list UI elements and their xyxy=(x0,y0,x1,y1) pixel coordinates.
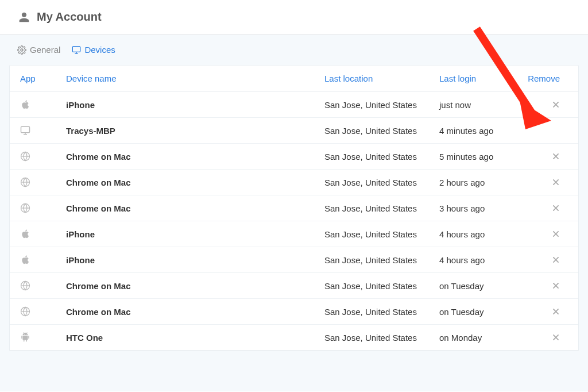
globe-icon xyxy=(20,177,66,187)
remove-button[interactable] xyxy=(525,204,560,212)
apple-icon xyxy=(20,229,66,239)
close-icon xyxy=(552,308,560,316)
table-row: Chrome on MacSan Jose, United States3 ho… xyxy=(10,195,578,221)
svg-point-0 xyxy=(21,49,23,51)
page-header: My Account xyxy=(0,0,588,34)
column-app[interactable]: App xyxy=(20,74,66,83)
device-name: HTC One xyxy=(66,333,324,343)
device-name: Chrome on Mac xyxy=(66,178,324,187)
last-location: San Jose, United States xyxy=(324,178,439,187)
close-icon xyxy=(552,230,560,238)
close-icon xyxy=(552,204,560,212)
svg-rect-1 xyxy=(73,47,80,52)
column-device-name[interactable]: Device name xyxy=(66,74,324,83)
user-icon xyxy=(18,11,30,23)
table-header: App Device name Last location Last login… xyxy=(10,66,578,92)
apple-icon xyxy=(20,99,66,110)
close-icon xyxy=(552,101,560,109)
remove-button[interactable] xyxy=(525,178,560,186)
table-row: Tracys-MBPSan Jose, United States4 minut… xyxy=(10,118,578,144)
last-location: San Jose, United States xyxy=(324,100,439,110)
column-remove[interactable]: Remove xyxy=(525,74,560,83)
monitor-icon xyxy=(72,45,81,55)
tab-general[interactable]: General xyxy=(17,45,60,55)
last-location: San Jose, United States xyxy=(324,152,439,162)
column-last-login[interactable]: Last login xyxy=(439,74,525,83)
last-login: just now xyxy=(439,100,525,110)
close-icon xyxy=(552,256,560,264)
last-login: 4 hours ago xyxy=(439,255,525,265)
remove-button[interactable] xyxy=(525,282,560,290)
device-name: iPhone xyxy=(66,100,324,110)
tab-devices[interactable]: Devices xyxy=(72,45,115,55)
last-login: 2 hours ago xyxy=(439,178,525,187)
tabs: General Devices xyxy=(9,34,579,65)
table-row: Chrome on MacSan Jose, United Stateson T… xyxy=(10,273,578,299)
table-row: Chrome on MacSan Jose, United Stateson T… xyxy=(10,299,578,325)
content-area: General Devices App Device name Last loc… xyxy=(0,34,588,391)
tab-general-label: General xyxy=(30,45,60,55)
table-row: iPhoneSan Jose, United States4 hours ago xyxy=(10,247,578,273)
remove-button[interactable] xyxy=(525,333,560,341)
device-name: iPhone xyxy=(66,255,324,265)
monitor-icon xyxy=(20,125,66,136)
last-location: San Jose, United States xyxy=(324,307,439,317)
last-location: San Jose, United States xyxy=(324,255,439,265)
last-login: 3 hours ago xyxy=(439,203,525,213)
android-icon xyxy=(20,332,66,343)
globe-icon xyxy=(20,280,66,291)
close-icon xyxy=(552,152,560,160)
table-row: iPhoneSan Jose, United States4 hours ago xyxy=(10,221,578,247)
table-row: HTC OneSan Jose, United Stateson Monday xyxy=(10,325,578,351)
last-login: 5 minutes ago xyxy=(439,152,525,162)
table-row: iPhoneSan Jose, United Statesjust now xyxy=(10,92,578,118)
close-icon xyxy=(552,333,560,341)
remove-button[interactable] xyxy=(525,101,560,109)
last-location: San Jose, United States xyxy=(324,333,439,343)
gear-icon xyxy=(17,45,26,55)
svg-rect-6 xyxy=(21,126,30,133)
last-login: on Tuesday xyxy=(439,307,525,317)
remove-button[interactable] xyxy=(525,152,560,160)
last-login: on Tuesday xyxy=(439,281,525,291)
last-location: San Jose, United States xyxy=(324,281,439,291)
close-icon xyxy=(552,178,560,186)
last-location: San Jose, United States xyxy=(324,126,439,136)
last-location: San Jose, United States xyxy=(324,229,439,239)
remove-button[interactable] xyxy=(525,256,560,264)
column-last-location[interactable]: Last location xyxy=(324,74,439,83)
devices-table: App Device name Last location Last login… xyxy=(9,65,579,351)
close-icon xyxy=(552,282,560,290)
apple-icon xyxy=(20,255,66,265)
page-title: My Account xyxy=(37,10,102,24)
table-row: Chrome on MacSan Jose, United States2 ho… xyxy=(10,170,578,195)
device-name: Tracys-MBP xyxy=(66,126,324,136)
last-location: San Jose, United States xyxy=(324,203,439,213)
last-login: on Monday xyxy=(439,333,525,343)
table-body: iPhoneSan Jose, United Statesjust nowTra… xyxy=(10,92,578,351)
globe-icon xyxy=(20,306,66,317)
device-name: Chrome on Mac xyxy=(66,152,324,162)
device-name: iPhone xyxy=(66,229,324,239)
remove-button[interactable] xyxy=(525,230,560,238)
device-name: Chrome on Mac xyxy=(66,307,324,317)
device-name: Chrome on Mac xyxy=(66,281,324,291)
globe-icon xyxy=(20,203,66,213)
remove-button[interactable] xyxy=(525,308,560,316)
tab-devices-label: Devices xyxy=(84,45,115,55)
last-login: 4 minutes ago xyxy=(439,126,525,136)
table-row: Chrome on MacSan Jose, United States5 mi… xyxy=(10,144,578,170)
last-login: 4 hours ago xyxy=(439,229,525,239)
globe-icon xyxy=(20,151,66,162)
device-name: Chrome on Mac xyxy=(66,203,324,213)
